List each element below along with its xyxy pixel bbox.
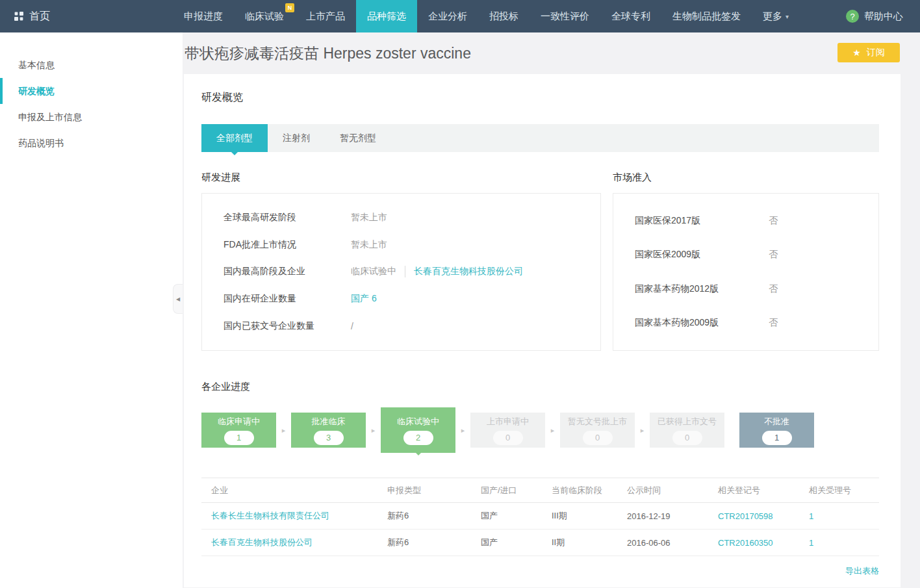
companies-table: 企业 申报类型 国产/进口 当前临床阶段 公示时间 相关登记号 相关受理号 长春…: [201, 478, 879, 556]
nav-item-more[interactable]: 更多▾: [752, 0, 800, 32]
market-row-eml-2012: 国家基本药物2012版 否: [613, 283, 878, 295]
nav-item-declaration-progress[interactable]: 申报进度: [173, 0, 234, 32]
dosage-form-tabs: 全部剂型 注射剂 暂无剂型: [201, 124, 879, 152]
collapse-arrow-icon: ◀: [176, 296, 180, 302]
cell-origin: 国产: [471, 503, 542, 530]
subscribe-button[interactable]: ★ 订阅: [837, 43, 900, 62]
nav-item-enterprise-analysis[interactable]: 企业分析: [417, 0, 478, 32]
new-badge: N: [285, 3, 294, 12]
stage-not-approved[interactable]: 不批准 1: [739, 413, 814, 448]
cell-clinical-phase: II期: [542, 530, 617, 556]
stage-count: 0: [672, 431, 702, 445]
sidebar-item-drug-instructions[interactable]: 药品说明书: [0, 130, 183, 156]
stage-arrow-icon: ▸: [276, 426, 291, 435]
nav-home[interactable]: 首页: [0, 0, 173, 32]
cell-origin: 国产: [471, 530, 542, 556]
stage-clinical-trial-ongoing[interactable]: 临床试验中 2: [381, 407, 455, 453]
top-nav: 首页 申报进度 临床试验N 上市产品 品种筛选 企业分析 招投标 一致性评价 全…: [0, 0, 920, 32]
stage-clinical-approved[interactable]: 批准临床 3: [291, 413, 366, 448]
help-center-label: 帮助中心: [864, 10, 903, 23]
company-link[interactable]: 长春长生生物科技有限责任公司: [211, 511, 329, 520]
stage-clinical-applying[interactable]: 临床申请中 1: [201, 413, 276, 448]
stage-market-applying[interactable]: 上市申请中 0: [470, 413, 545, 448]
export-table-link[interactable]: 导出表格: [845, 566, 879, 576]
nav-menu: 申报进度 临床试验N 上市产品 品种筛选 企业分析 招投标 一致性评价 全球专利…: [173, 0, 800, 32]
nav-item-marketed-products[interactable]: 上市产品: [295, 0, 356, 32]
stage-count: 1: [224, 431, 254, 445]
cell-declaration-type: 新药6: [377, 503, 471, 530]
overview-title: 研发概览: [201, 91, 879, 105]
col-header-publicity-date: 公示时间: [617, 478, 708, 503]
nav-item-biologics-batch-release[interactable]: 生物制品批签发: [661, 0, 752, 32]
main-content: ◀ 带状疱疹减毒活疫苗 Herpes zoster vaccine ★ 订阅 研…: [183, 32, 920, 588]
rnd-progress-box: 全球最高研发阶段 暂未上市 FDA批准上市情况 暂未上市 国内最高阶段及企业 临…: [201, 193, 601, 351]
col-header-company: 企业: [201, 478, 377, 503]
stage-pipeline: 临床申请中 1 ▸ 批准临床 3 ▸ 临床试验中 2 ▸ 上市申请中 0: [201, 406, 879, 454]
table-row: 长春百克生物科技股份公司 新药6 国产 II期 2016-06-06 CTR20…: [201, 530, 879, 556]
company-link[interactable]: 长春百克生物科技股份公司: [211, 537, 313, 547]
stage-count: 0: [493, 431, 523, 445]
tab-all-dosage-forms[interactable]: 全部剂型: [201, 124, 268, 152]
table-row: 长春长生生物科技有限责任公司 新药6 国产 III期 2016-12-19 CT…: [201, 503, 879, 530]
vertical-divider: [405, 266, 405, 277]
acceptance-no-link[interactable]: 1: [809, 511, 813, 521]
col-header-registration-no: 相关登记号: [708, 478, 799, 503]
sidebar-item-rnd-overview[interactable]: 研发概览: [0, 78, 183, 104]
top-company-link[interactable]: 长春百克生物科技股份公司: [414, 266, 523, 277]
sidebar-item-declaration-market-info[interactable]: 申报及上市信息: [0, 104, 183, 130]
market-access-title: 市场准入: [613, 172, 879, 184]
stage-approved-no-license[interactable]: 暂无文号批上市 0: [560, 413, 635, 448]
star-icon: ★: [852, 47, 861, 58]
nav-item-global-patents[interactable]: 全球专利: [600, 0, 661, 32]
sidebar-collapse-toggle[interactable]: ◀: [173, 284, 183, 314]
company-progress-title: 各企业进度: [201, 381, 879, 393]
subscribe-label: 订阅: [867, 47, 885, 58]
market-row-nrdl-2017: 国家医保2017版 否: [613, 215, 878, 227]
market-row-eml-2009: 国家基本药物2009版 否: [613, 317, 878, 329]
overview-card: 研发概览 全部剂型 注射剂 暂无剂型 研发进展 全球最高研发阶段 暂未上市: [184, 74, 901, 587]
rnd-row-global-stage: 全球最高研发阶段 暂未上市: [202, 212, 600, 224]
cell-publicity-date: 2016-12-19: [617, 503, 708, 530]
rnd-row-licensed-company-count: 国内已获文号企业数量 /: [202, 320, 600, 332]
help-icon: ?: [846, 10, 859, 23]
stage-count: 0: [583, 431, 613, 445]
nav-item-clinical-trials[interactable]: 临床试验N: [234, 0, 295, 32]
home-grid-icon: [14, 12, 23, 21]
cell-declaration-type: 新药6: [377, 530, 471, 556]
col-header-clinical-phase: 当前临床阶段: [542, 478, 617, 503]
registration-no-link[interactable]: CTR20160350: [718, 538, 773, 548]
nav-item-consistency-evaluation[interactable]: 一致性评价: [530, 0, 600, 32]
chevron-down-icon: ▾: [786, 13, 789, 20]
col-header-origin: 国产/进口: [471, 478, 542, 503]
rnd-progress-section: 研发进展 全球最高研发阶段 暂未上市 FDA批准上市情况 暂未上市 国内最高阶段…: [201, 172, 601, 351]
rnd-progress-title: 研发进展: [201, 172, 601, 184]
market-access-box: 国家医保2017版 否 国家医保2009版 否 国家基本药物2012版 否: [613, 193, 879, 351]
stage-license-obtained[interactable]: 已获得上市文号 0: [650, 413, 724, 448]
left-sidebar: 基本信息 研发概览 申报及上市信息 药品说明书: [0, 32, 183, 588]
market-row-nrdl-2009: 国家医保2009版 否: [613, 249, 878, 261]
domestic-count-link[interactable]: 国产 6: [351, 293, 377, 305]
page-title: 带状疱疹减毒活疫苗 Herpes zoster vaccine: [185, 44, 471, 64]
tab-no-dosage-form[interactable]: 暂无剂型: [325, 124, 391, 152]
market-access-section: 市场准入 国家医保2017版 否 国家医保2009版 否 国家基本药物2012版: [613, 172, 879, 351]
help-center-button[interactable]: ? 帮助中心: [829, 0, 920, 32]
col-header-acceptance-no: 相关受理号: [799, 478, 879, 503]
table-header-row: 企业 申报类型 国产/进口 当前临床阶段 公示时间 相关登记号 相关受理号: [201, 478, 879, 503]
tab-injection[interactable]: 注射剂: [268, 124, 325, 152]
nav-item-bidding[interactable]: 招投标: [478, 0, 530, 32]
cell-clinical-phase: III期: [542, 503, 617, 530]
stage-count: 1: [762, 431, 792, 445]
nav-home-label: 首页: [29, 10, 50, 23]
nav-item-variety-screening[interactable]: 品种筛选: [356, 0, 417, 32]
acceptance-no-link[interactable]: 1: [809, 538, 813, 548]
stage-arrow-icon: ▸: [455, 426, 470, 435]
registration-no-link[interactable]: CTR20170598: [718, 511, 773, 521]
cell-publicity-date: 2016-06-06: [617, 530, 708, 556]
stage-arrow-icon: ▸: [545, 426, 560, 435]
rnd-row-domestic-stage: 国内最高阶段及企业 临床试验中 长春百克生物科技股份公司: [202, 266, 600, 277]
stage-arrow-icon: ▸: [635, 426, 650, 435]
sidebar-item-basic-info[interactable]: 基本信息: [0, 52, 183, 78]
stage-count: 2: [403, 431, 433, 445]
stage-count: 3: [314, 431, 344, 445]
rnd-row-domestic-company-count: 国内在研企业数量 国产 6: [202, 293, 600, 305]
